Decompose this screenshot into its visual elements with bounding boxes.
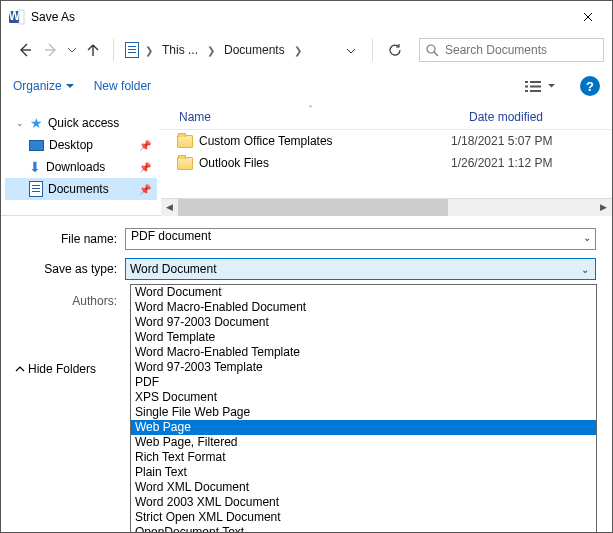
hide-folders-button[interactable]: Hide Folders [15, 362, 96, 376]
save-type-option[interactable]: Word Macro-Enabled Template [131, 345, 596, 360]
svg-rect-6 [525, 85, 528, 87]
download-icon: ⬇ [29, 159, 41, 175]
save-type-option[interactable]: Plain Text [131, 465, 596, 480]
command-bar: Organize New folder ? [1, 68, 612, 104]
tree-label: Quick access [48, 116, 119, 130]
svg-rect-5 [530, 81, 541, 83]
filename-value: PDF document [131, 229, 211, 243]
organize-label: Organize [13, 79, 62, 93]
file-list-pane: ˆ Name Date modified Custom Office Templ… [161, 104, 612, 215]
column-headers: ˆ Name Date modified [161, 104, 612, 130]
scroll-right-button[interactable]: ▶ [595, 199, 612, 216]
column-header-name[interactable]: Name [161, 110, 451, 124]
authors-label: Authors: [1, 294, 125, 308]
tree-label: Documents [48, 182, 109, 196]
tree-label: Desktop [49, 138, 93, 152]
save-type-option[interactable]: Word 97-2003 Document [131, 315, 596, 330]
filename-input[interactable]: PDF document ⌄ [125, 228, 596, 250]
save-type-dropdown-list[interactable]: Word DocumentWord Macro-Enabled Document… [130, 284, 597, 533]
file-row[interactable]: Custom Office Templates 1/18/2021 5:07 P… [161, 130, 612, 152]
view-options-button[interactable] [520, 80, 560, 93]
nav-bar: ❯ This ... ❯ Documents ❯ [1, 32, 612, 68]
star-icon: ★ [30, 115, 43, 131]
save-type-option[interactable]: Word Macro-Enabled Document [131, 300, 596, 315]
file-rows: Custom Office Templates 1/18/2021 5:07 P… [161, 130, 612, 198]
pin-icon: 📌 [139, 140, 151, 151]
address-dropdown-icon[interactable] [341, 43, 361, 57]
save-type-value: Word Document [130, 262, 579, 276]
help-button[interactable]: ? [580, 76, 600, 96]
save-type-option[interactable]: Word 2003 XML Document [131, 495, 596, 510]
folder-icon [177, 157, 193, 170]
chevron-right-icon[interactable]: ❯ [143, 45, 155, 56]
save-type-option[interactable]: Single File Web Page [131, 405, 596, 420]
search-box[interactable] [419, 38, 604, 62]
save-type-combobox[interactable]: Word Document ⌄ [125, 258, 596, 280]
breadcrumb-segment[interactable]: This ... [159, 41, 201, 59]
title-bar: W Save As [1, 1, 612, 32]
search-input[interactable] [445, 43, 597, 57]
navigation-pane: ⌄ ★ Quick access Desktop 📌 ⬇ Downloads 📌… [1, 104, 161, 215]
back-button[interactable] [13, 38, 37, 62]
document-icon [29, 181, 43, 197]
breadcrumb-segment[interactable]: Documents [221, 41, 288, 59]
save-type-option[interactable]: Word XML Document [131, 480, 596, 495]
nav-separator [372, 39, 373, 61]
save-type-option[interactable]: PDF [131, 375, 596, 390]
save-type-option[interactable]: Word 97-2003 Template [131, 360, 596, 375]
file-date: 1/26/2021 1:12 PM [451, 156, 612, 170]
recent-locations-button[interactable] [65, 38, 79, 62]
svg-point-3 [427, 45, 435, 53]
save-type-option[interactable]: Strict Open XML Document [131, 510, 596, 525]
location-icon [125, 42, 139, 58]
horizontal-scrollbar[interactable]: ◀ ▶ [161, 198, 612, 215]
chevron-down-icon[interactable]: ⌄ [583, 232, 591, 243]
svg-rect-4 [525, 81, 528, 83]
save-type-option[interactable]: OpenDocument Text [131, 525, 596, 533]
save-type-option[interactable]: XPS Document [131, 390, 596, 405]
save-type-option[interactable]: Word Document [131, 285, 596, 300]
scroll-thumb[interactable] [178, 199, 448, 216]
file-row[interactable]: Outlook Files 1/26/2021 1:12 PM [161, 152, 612, 174]
scroll-track[interactable] [178, 199, 595, 216]
new-folder-label: New folder [94, 79, 151, 93]
pin-icon: 📌 [139, 162, 151, 173]
refresh-button[interactable] [381, 38, 409, 62]
svg-rect-2 [19, 10, 24, 24]
chevron-down-icon[interactable]: ⌄ [579, 264, 591, 275]
svg-rect-8 [525, 90, 528, 92]
tree-label: Downloads [46, 160, 105, 174]
organize-button[interactable]: Organize [13, 79, 74, 93]
new-folder-button[interactable]: New folder [94, 79, 151, 93]
chevron-up-icon [15, 364, 25, 374]
search-icon [426, 44, 439, 57]
tree-item-quick-access[interactable]: ⌄ ★ Quick access [5, 112, 157, 134]
tree-item-downloads[interactable]: ⬇ Downloads 📌 [5, 156, 157, 178]
scroll-left-button[interactable]: ◀ [161, 199, 178, 216]
desktop-icon [29, 140, 44, 151]
tree-item-documents[interactable]: Documents 📌 [5, 178, 157, 200]
save-type-option[interactable]: Rich Text Format [131, 450, 596, 465]
up-button[interactable] [81, 38, 105, 62]
forward-button[interactable] [39, 38, 63, 62]
save-type-option[interactable]: Web Page, Filtered [131, 435, 596, 450]
hide-folders-label: Hide Folders [28, 362, 96, 376]
chevron-right-icon[interactable]: ❯ [205, 45, 217, 56]
word-app-icon: W [9, 9, 25, 25]
svg-rect-9 [530, 90, 541, 92]
folder-icon [177, 135, 193, 148]
file-name: Custom Office Templates [199, 134, 333, 148]
pin-icon: 📌 [139, 184, 151, 195]
nav-separator [113, 39, 114, 61]
address-bar[interactable]: ❯ This ... ❯ Documents ❯ [122, 38, 364, 62]
content-area: ⌄ ★ Quick access Desktop 📌 ⬇ Downloads 📌… [1, 104, 612, 216]
close-button[interactable] [565, 2, 610, 31]
window-title: Save As [31, 10, 75, 24]
tree-item-desktop[interactable]: Desktop 📌 [5, 134, 157, 156]
save-type-option[interactable]: Web Page [131, 420, 596, 435]
save-type-label: Save as type: [1, 262, 125, 276]
chevron-right-icon[interactable]: ❯ [292, 45, 304, 56]
save-type-option[interactable]: Word Template [131, 330, 596, 345]
chevron-down-icon[interactable]: ⌄ [15, 118, 25, 128]
column-header-date[interactable]: Date modified [451, 110, 612, 124]
